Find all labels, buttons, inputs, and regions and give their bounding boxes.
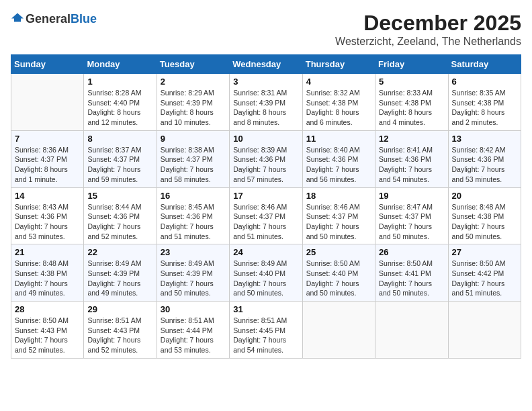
calendar-cell: 3Sunrise: 8:31 AMSunset: 4:39 PMDaylight… (230, 74, 302, 131)
day-info: Sunrise: 8:50 AMSunset: 4:42 PMDaylight:… (452, 259, 517, 298)
day-number: 4 (306, 77, 371, 87)
day-info: Sunrise: 8:44 AMSunset: 4:36 PMDaylight:… (87, 202, 152, 242)
calendar-week-row: 7Sunrise: 8:36 AMSunset: 4:37 PMDaylight… (11, 130, 521, 187)
day-info: Sunrise: 8:38 AMSunset: 4:37 PMDaylight:… (161, 145, 226, 185)
logo-general: General (26, 12, 71, 26)
calendar-dow-sunday: Sunday (11, 55, 84, 74)
day-info: Sunrise: 8:43 AMSunset: 4:36 PMDaylight:… (15, 202, 80, 242)
day-number: 21 (15, 247, 80, 257)
day-info: Sunrise: 8:42 AMSunset: 4:36 PMDaylight:… (452, 145, 517, 185)
day-number: 20 (452, 191, 517, 201)
day-number: 22 (87, 247, 152, 257)
calendar-cell: 7Sunrise: 8:36 AMSunset: 4:37 PMDaylight… (11, 130, 84, 187)
calendar-cell: 12Sunrise: 8:41 AMSunset: 4:36 PMDayligh… (375, 130, 448, 187)
day-info: Sunrise: 8:47 AMSunset: 4:37 PMDaylight:… (379, 202, 444, 242)
calendar-cell: 17Sunrise: 8:46 AMSunset: 4:37 PMDayligh… (230, 187, 302, 244)
calendar-cell: 20Sunrise: 8:48 AMSunset: 4:38 PMDayligh… (448, 187, 521, 244)
calendar-dow-thursday: Thursday (302, 55, 375, 74)
svg-marker-0 (11, 13, 24, 22)
location-title: Westerzicht, Zeeland, The Netherlands (335, 36, 521, 48)
day-number: 30 (161, 304, 226, 314)
calendar-header-row: SundayMondayTuesdayWednesdayThursdayFrid… (11, 55, 521, 74)
day-number: 16 (161, 191, 226, 201)
day-info: Sunrise: 8:40 AMSunset: 4:36 PMDaylight:… (306, 145, 371, 185)
calendar-cell: 23Sunrise: 8:49 AMSunset: 4:39 PMDayligh… (157, 244, 229, 302)
day-info: Sunrise: 8:36 AMSunset: 4:37 PMDaylight:… (15, 145, 80, 185)
day-number: 2 (161, 77, 226, 87)
calendar-week-row: 28Sunrise: 8:50 AMSunset: 4:43 PMDayligh… (11, 302, 521, 359)
day-info: Sunrise: 8:32 AMSunset: 4:38 PMDaylight:… (306, 88, 371, 128)
calendar-cell: 21Sunrise: 8:48 AMSunset: 4:38 PMDayligh… (11, 244, 84, 302)
day-info: Sunrise: 8:29 AMSunset: 4:39 PMDaylight:… (161, 88, 226, 128)
day-info: Sunrise: 8:41 AMSunset: 4:36 PMDaylight:… (379, 145, 444, 185)
calendar-cell: 11Sunrise: 8:40 AMSunset: 4:36 PMDayligh… (302, 130, 375, 187)
day-info: Sunrise: 8:45 AMSunset: 4:36 PMDaylight:… (161, 202, 226, 242)
day-number: 6 (452, 77, 517, 87)
day-info: Sunrise: 8:50 AMSunset: 4:43 PMDaylight:… (15, 316, 80, 355)
calendar-cell: 16Sunrise: 8:45 AMSunset: 4:36 PMDayligh… (157, 187, 229, 244)
day-info: Sunrise: 8:50 AMSunset: 4:41 PMDaylight:… (379, 259, 444, 298)
day-info: Sunrise: 8:49 AMSunset: 4:39 PMDaylight:… (87, 259, 152, 298)
day-number: 31 (233, 304, 298, 314)
day-number: 13 (452, 134, 517, 144)
month-title: December 2025 (335, 11, 521, 36)
calendar-week-row: 1Sunrise: 8:28 AMSunset: 4:40 PMDaylight… (11, 74, 521, 131)
calendar-cell (375, 302, 448, 359)
day-info: Sunrise: 8:39 AMSunset: 4:36 PMDaylight:… (233, 145, 298, 185)
calendar-cell: 10Sunrise: 8:39 AMSunset: 4:36 PMDayligh… (230, 130, 302, 187)
calendar-table: SundayMondayTuesdayWednesdayThursdayFrid… (11, 54, 521, 359)
day-number: 14 (15, 191, 80, 201)
page-header: GeneralBlue December 2025 Westerzicht, Z… (11, 11, 521, 48)
calendar-cell: 28Sunrise: 8:50 AMSunset: 4:43 PMDayligh… (11, 302, 84, 359)
calendar-cell (448, 302, 521, 359)
calendar-cell: 25Sunrise: 8:50 AMSunset: 4:40 PMDayligh… (302, 244, 375, 302)
day-info: Sunrise: 8:51 AMSunset: 4:45 PMDaylight:… (233, 316, 298, 355)
logo-blue: Blue (71, 12, 97, 26)
calendar-cell: 26Sunrise: 8:50 AMSunset: 4:41 PMDayligh… (375, 244, 448, 302)
day-info: Sunrise: 8:49 AMSunset: 4:39 PMDaylight:… (161, 259, 226, 298)
day-number: 25 (306, 247, 371, 257)
calendar-cell: 14Sunrise: 8:43 AMSunset: 4:36 PMDayligh… (11, 187, 84, 244)
day-number: 12 (379, 134, 444, 144)
day-info: Sunrise: 8:46 AMSunset: 4:37 PMDaylight:… (306, 202, 371, 242)
day-number: 15 (87, 191, 152, 201)
calendar-cell: 19Sunrise: 8:47 AMSunset: 4:37 PMDayligh… (375, 187, 448, 244)
day-number: 24 (233, 247, 298, 257)
day-info: Sunrise: 8:33 AMSunset: 4:38 PMDaylight:… (379, 88, 444, 128)
calendar-cell: 1Sunrise: 8:28 AMSunset: 4:40 PMDaylight… (84, 74, 157, 131)
calendar-cell: 6Sunrise: 8:35 AMSunset: 4:38 PMDaylight… (448, 74, 521, 131)
calendar-cell: 13Sunrise: 8:42 AMSunset: 4:36 PMDayligh… (448, 130, 521, 187)
day-info: Sunrise: 8:46 AMSunset: 4:37 PMDaylight:… (233, 202, 298, 242)
logo-block (11, 11, 24, 27)
calendar-cell: 18Sunrise: 8:46 AMSunset: 4:37 PMDayligh… (302, 187, 375, 244)
day-number: 3 (233, 77, 298, 87)
day-info: Sunrise: 8:49 AMSunset: 4:40 PMDaylight:… (233, 259, 298, 298)
day-info: Sunrise: 8:51 AMSunset: 4:44 PMDaylight:… (161, 316, 226, 355)
day-number: 19 (379, 191, 444, 201)
day-number: 5 (379, 77, 444, 87)
calendar-dow-wednesday: Wednesday (230, 55, 302, 74)
logo-icon (11, 11, 24, 24)
day-number: 9 (161, 134, 226, 144)
logo-text: GeneralBlue (26, 12, 97, 26)
calendar-cell: 9Sunrise: 8:38 AMSunset: 4:37 PMDaylight… (157, 130, 229, 187)
calendar-cell: 15Sunrise: 8:44 AMSunset: 4:36 PMDayligh… (84, 187, 157, 244)
day-info: Sunrise: 8:48 AMSunset: 4:38 PMDaylight:… (452, 202, 517, 242)
logo: GeneralBlue (11, 11, 97, 27)
calendar-dow-friday: Friday (375, 55, 448, 74)
calendar-cell: 22Sunrise: 8:49 AMSunset: 4:39 PMDayligh… (84, 244, 157, 302)
calendar-cell: 30Sunrise: 8:51 AMSunset: 4:44 PMDayligh… (157, 302, 229, 359)
day-number: 17 (233, 191, 298, 201)
title-block: December 2025 Westerzicht, Zeeland, The … (335, 11, 521, 48)
day-info: Sunrise: 8:37 AMSunset: 4:37 PMDaylight:… (87, 145, 152, 185)
day-number: 10 (233, 134, 298, 144)
day-number: 1 (87, 77, 152, 87)
calendar-cell (11, 74, 84, 131)
day-number: 18 (306, 191, 371, 201)
day-number: 28 (15, 304, 80, 314)
day-info: Sunrise: 8:28 AMSunset: 4:40 PMDaylight:… (87, 88, 152, 128)
day-info: Sunrise: 8:51 AMSunset: 4:43 PMDaylight:… (87, 316, 152, 355)
day-number: 23 (161, 247, 226, 257)
calendar-week-row: 14Sunrise: 8:43 AMSunset: 4:36 PMDayligh… (11, 187, 521, 244)
day-number: 7 (15, 134, 80, 144)
